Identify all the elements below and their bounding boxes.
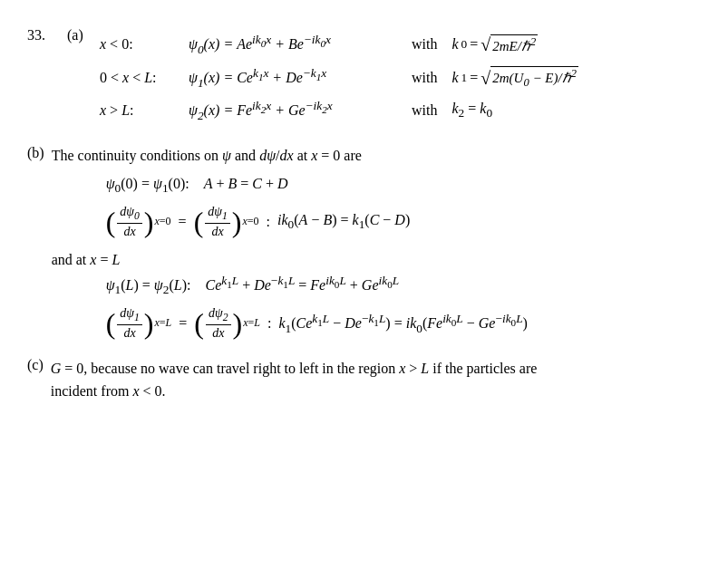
bc2-left-frac: ( dψ0 dx ) x=0 <box>106 205 171 239</box>
bc2-row: ( dψ0 dx ) x=0 = ( dψ1 dx ) <box>106 205 528 239</box>
with-3: with <box>412 102 437 119</box>
part-c-label: (c) <box>27 357 44 373</box>
bc4-row: ( dψ1 dx ) x=L = ( dψ2 dx ) x= <box>106 306 528 341</box>
bc4-right-frac: ( dψ2 dx ) x=L <box>194 306 260 341</box>
k2-def: k2 = k0 <box>451 101 492 120</box>
equation-row-2: 0 < x < L: ψ1(x) = Cek1x + De−k1x with k… <box>100 66 578 91</box>
equation-row-3: x > L: ψ2(x) = Feik2x + Ge−ik2x with k2 … <box>100 99 578 123</box>
bc2-result: ik0(A − B) = k1(C − D) <box>277 212 410 232</box>
part-a-label: (a) <box>67 27 96 43</box>
bc4-colon: : <box>267 315 271 332</box>
part-b-content: The continuity conditions on ψ and dψ/dx… <box>52 145 528 341</box>
with-2: with <box>412 70 437 86</box>
continuity-text: The continuity conditions on ψ and dψ/dx… <box>52 145 528 167</box>
bc2-right-frac: ( dψ1 dx ) x=0 <box>194 205 259 239</box>
region-3-psi: ψ2(x) = Feik2x + Ge−ik2x <box>189 99 397 123</box>
part-a-content: x < 0: ψ0(x) = Aeik0x + Be−ik0x with k0 … <box>100 27 578 129</box>
region-3-condition: x > L: <box>100 102 181 119</box>
part-c-section: (c) G = 0, because no wave can travel ri… <box>27 357 701 403</box>
bc2-equals: = <box>179 214 187 230</box>
bc3-row: ψ1(L) = ψ2(L): Cek1L + De−k1L = Feik0L +… <box>106 274 528 298</box>
k1-def: k1 = √ 2m(U0 − E)/ℏ2 <box>451 66 578 90</box>
bc4-equals: = <box>179 315 187 332</box>
k0-def: k0 = √ 2mE/ℏ2 <box>451 34 538 54</box>
region-2-psi: ψ1(x) = Cek1x + De−k1x <box>189 66 397 91</box>
part-b-label: (b) <box>27 145 44 161</box>
part-c-text: G = 0, because no wave can travel right … <box>51 357 538 403</box>
part-c-content: G = 0, because no wave can travel right … <box>51 357 538 403</box>
problem-number: 33. <box>27 27 63 43</box>
bc2-colon: : <box>267 214 270 230</box>
problem-container: 33. (a) x < 0: ψ0(x) = Aeik0x + Be−ik0x … <box>27 18 701 412</box>
and-at-text: and at x = L <box>52 252 528 268</box>
region-1-condition: x < 0: <box>100 36 181 53</box>
bc4-left-frac: ( dψ1 dx ) x=L <box>106 306 172 341</box>
with-1: with <box>412 36 437 53</box>
equation-row-1: x < 0: ψ0(x) = Aeik0x + Be−ik0x with k0 … <box>100 33 578 57</box>
bc4-result: k1(Cek1L − De−k1L) = ik0(Feik0L − Ge−ik0… <box>278 312 527 336</box>
region-2-condition: 0 < x < L: <box>100 70 181 86</box>
bc1-row: ψ0(0) = ψ1(0): A + B = C + D <box>106 176 528 196</box>
region-1-psi: ψ0(x) = Aeik0x + Be−ik0x <box>189 33 397 57</box>
